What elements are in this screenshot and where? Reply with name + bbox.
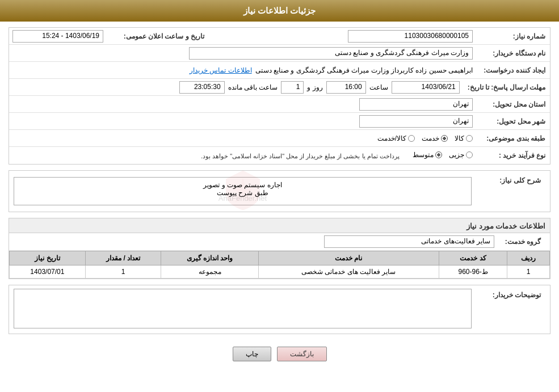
description-label: شرح کلی نیاز: xyxy=(472,174,545,187)
need-number-value: 11030030680000105 xyxy=(348,30,473,43)
services-table-header-row: ردیف کد خدمت نام خدمت واحد اندازه گیری ت… xyxy=(10,251,550,265)
category-row: طبقه بندی موضوعی: کالا خدمت xyxy=(9,130,550,147)
purchase-type-cell: جزیی متوسط پرداخت تمام یا بخشی از مبلغ خ… xyxy=(9,149,476,162)
response-date: 1403/06/21 xyxy=(392,81,460,94)
back-button[interactable]: بازگشت xyxy=(277,347,327,361)
buyer-notes-section: توضیحات خریدار: xyxy=(9,285,550,334)
announce-datetime-label: تاریخ و ساعت اعلان عمومی: xyxy=(107,30,209,43)
response-time-label: ساعت xyxy=(369,83,388,91)
purchase-type-option-jozei: جزیی xyxy=(449,151,473,159)
description-line1: اجاره سیستم صوت و تصویر xyxy=(18,181,468,189)
category-label-kala-khedmat: کالا/خدمت xyxy=(377,134,406,142)
need-number-value-cell: 11030030680000105 xyxy=(209,28,476,44)
service-group-value: سایر فعالیت‌های خدماتی xyxy=(324,235,494,248)
category-options-cell: کالا خدمت کالا/خدمت xyxy=(9,133,476,144)
services-section: اطلاعات خدمات مورد نیاز گروه خدمت: سایر … xyxy=(9,218,550,279)
response-deadline-label: مهلت ارسال پاسخ: تا تاریخ: xyxy=(463,81,550,94)
buyer-notes-label: توضیحات خریدار: xyxy=(472,289,545,301)
service-group-row: گروه خدمت: سایر فعالیت‌های خدماتی xyxy=(9,233,550,251)
province-value-cell: تهران xyxy=(9,96,476,112)
button-bar: بازگشت چاپ xyxy=(9,340,550,368)
col-date: تاریخ نیاز xyxy=(10,251,86,265)
table-cell-code: ط-96-960 xyxy=(439,265,507,279)
requester-value-cell: ابراهیمی حسین زاده کاربرداز وزارت میراث … xyxy=(9,65,476,76)
purchase-type-label-jozei: جزیی xyxy=(449,151,464,159)
services-table: ردیف کد خدمت نام خدمت واحد اندازه گیری ت… xyxy=(9,251,550,279)
page-header: جزئیات اطلاعات نیاز xyxy=(0,0,559,22)
col-unit: واحد اندازه گیری xyxy=(161,251,258,265)
category-radio-kala[interactable] xyxy=(466,135,473,142)
table-cell-date: 1403/07/01 xyxy=(10,265,86,279)
buyer-notes-row: توضیحات خریدار: xyxy=(9,285,550,334)
page-title: جزئیات اطلاعات نیاز xyxy=(243,6,316,15)
city-value: تهران xyxy=(359,115,473,128)
purchase-type-row: نوع فرآیند خرید : جزیی متوسط پرداخت تمام… xyxy=(9,147,550,164)
province-label: استان محل تحویل: xyxy=(476,98,550,111)
services-table-body: 1ط-96-960سایر فعالیت های خدماتی شخصیمجمو… xyxy=(10,265,550,279)
description-row: شرح کلی نیاز: اجاره سیستم صوت و تصویر طب… xyxy=(9,171,550,212)
province-row: استان محل تحویل: تهران xyxy=(9,96,550,113)
announce-datetime-cell: 1403/06/19 - 15:24 xyxy=(9,28,107,44)
purchase-type-label-motavasset: متوسط xyxy=(413,151,434,159)
purchase-type-radio-jozei[interactable] xyxy=(466,151,473,158)
category-radio-kala-khedmat[interactable] xyxy=(408,135,415,142)
remaining-time-label: ساعت باقی مانده xyxy=(228,83,278,91)
print-button[interactable]: چاپ xyxy=(233,347,271,361)
purchase-type-radio-motavasset[interactable] xyxy=(435,151,442,158)
table-cell-unit: مجموعه xyxy=(161,265,258,279)
city-value-cell: تهران xyxy=(9,113,476,129)
col-name: نام خدمت xyxy=(258,251,439,265)
requester-row: ایجاد کننده درخواست: ابراهیمی حسین زاده … xyxy=(9,62,550,79)
response-deadline-cell: 1403/06/21 ساعت 16:00 روز و 1 ساعت باقی … xyxy=(9,79,463,95)
need-number-label: شماره نیاز: xyxy=(476,30,550,43)
category-label-khedmat: خدمت xyxy=(422,134,439,142)
remaining-time: 23:05:30 xyxy=(179,81,225,94)
category-radio-group: کالا خدمت کالا/خدمت xyxy=(12,134,473,142)
buyer-org-label: نام دستگاه خریدار: xyxy=(476,47,550,60)
province-value: تهران xyxy=(359,98,473,111)
main-info-section: شماره نیاز: 11030030680000105 تاریخ و سا… xyxy=(9,27,550,165)
purchase-type-option-motavasset: متوسط xyxy=(413,151,442,159)
page-wrapper: جزئیات اطلاعات نیاز شماره نیاز: 11030030… xyxy=(0,0,559,392)
purchase-type-radio-group: جزیی متوسط xyxy=(413,151,473,159)
buyer-org-value-cell: وزارت میراث فرهنگی گردشگری و صنایع دستی xyxy=(9,45,476,61)
buyer-notes-textarea[interactable] xyxy=(14,289,472,328)
announce-datetime-value: 1403/06/19 - 15:24 xyxy=(12,30,103,43)
description-content: اجاره سیستم صوت و تصویر طبق شرح پیوست xyxy=(14,174,472,208)
category-label-kala: کالا xyxy=(455,134,464,142)
service-group-label: گروه خدمت: xyxy=(494,235,545,248)
category-option-kala: کالا xyxy=(455,134,473,142)
col-qty: تعداد / مقدار xyxy=(85,251,161,265)
purchase-type-note: پرداخت تمام یا بخشی از مبلغ خریدار از مح… xyxy=(196,150,404,162)
col-code: کد خدمت xyxy=(439,251,507,265)
buyer-notes-content xyxy=(14,289,472,330)
category-radio-khedmat[interactable] xyxy=(441,135,448,142)
city-row: شهر محل تحویل: تهران xyxy=(9,113,550,130)
response-deadline-row: مهلت ارسال پاسخ: تا تاریخ: 1403/06/21 سا… xyxy=(9,79,550,96)
buyer-org-value: وزارت میراث فرهنگی گردشگری و صنایع دستی xyxy=(189,47,473,60)
need-number-row: شماره نیاز: 11030030680000105 تاریخ و سا… xyxy=(9,28,550,45)
category-label: طبقه بندی موضوعی: xyxy=(476,132,550,145)
col-row: ردیف xyxy=(507,251,550,265)
table-cell-name: سایر فعالیت های خدماتی شخصی xyxy=(258,265,439,279)
description-section: شرح کلی نیاز: اجاره سیستم صوت و تصویر طب… xyxy=(9,170,550,212)
purchase-type-label: نوع فرآیند خرید : xyxy=(476,149,550,162)
contact-link[interactable]: اطلاعات تماس خریدار xyxy=(190,66,252,74)
category-option-kala-khedmat: کالا/خدمت xyxy=(377,134,415,142)
description-line2: طبق شرح پیوست xyxy=(18,189,468,197)
category-option-khedmat: خدمت xyxy=(422,134,448,142)
requester-label: ایجاد کننده درخواست: xyxy=(476,64,550,77)
services-table-head: ردیف کد خدمت نام خدمت واحد اندازه گیری ت… xyxy=(10,251,550,265)
table-cell-row: 1 xyxy=(507,265,550,279)
main-content: شماره نیاز: 11030030680000105 تاریخ و سا… xyxy=(0,22,559,374)
response-time: 16:00 xyxy=(326,81,366,94)
response-day: 1 xyxy=(281,81,304,94)
services-section-title: اطلاعات خدمات مورد نیاز xyxy=(9,218,550,233)
description-text: اجاره سیستم صوت و تصویر طبق شرح پیوست xyxy=(18,181,468,197)
requester-value: ابراهیمی حسین زاده کاربرداز وزارت میراث … xyxy=(255,66,473,74)
table-row: 1ط-96-960سایر فعالیت های خدماتی شخصیمجمو… xyxy=(10,265,550,279)
description-watermark-area: اجاره سیستم صوت و تصویر طبق شرح پیوست xyxy=(14,174,472,208)
description-box: اجاره سیستم صوت و تصویر طبق شرح پیوست xyxy=(14,177,472,205)
buyer-org-row: نام دستگاه خریدار: وزارت میراث فرهنگی گر… xyxy=(9,45,550,62)
table-cell-quantity: 1 xyxy=(85,265,161,279)
